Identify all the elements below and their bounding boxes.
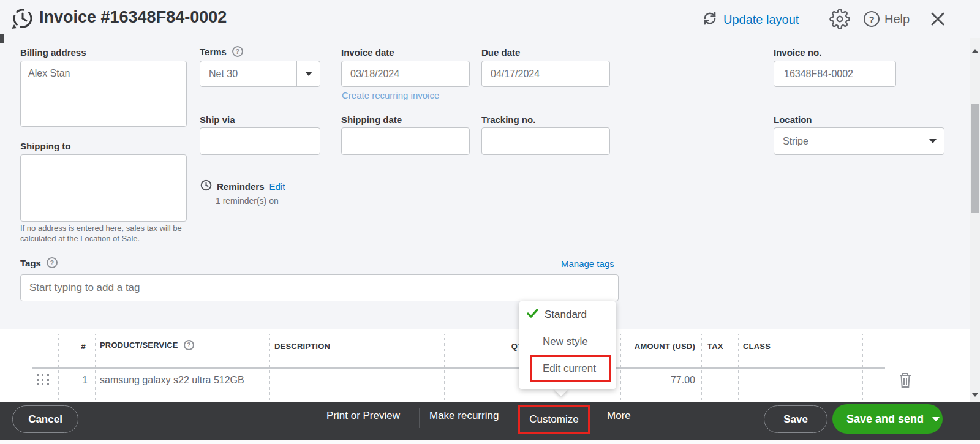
ship-via-field[interactable] — [200, 127, 320, 155]
row-amount-cell[interactable]: 77.00 — [603, 375, 695, 386]
footer-divider — [513, 408, 513, 428]
shipping-date-field[interactable] — [341, 127, 470, 155]
invoice-date-field[interactable] — [341, 61, 470, 87]
tracking-no-label: Tracking no. — [481, 115, 535, 125]
tags-help-icon[interactable]: ? — [47, 257, 58, 268]
product-help-icon[interactable]: ? — [184, 340, 194, 350]
column-header-product: PRODUCT/SERVICE — [100, 341, 178, 350]
location-caret[interactable] — [921, 128, 944, 154]
invoice-no-field[interactable] — [774, 61, 896, 87]
manage-tags-link[interactable]: Manage tags — [561, 258, 614, 269]
reminders-status: 1 reminder(s) on — [216, 196, 279, 206]
help-icon: ? — [864, 11, 880, 27]
billing-address-label: Billing address — [20, 47, 86, 58]
reminders-label: Reminders — [217, 181, 265, 192]
row-drag-handle[interactable] — [37, 374, 50, 386]
invoice-history-icon — [10, 6, 36, 34]
footer-bar: Cancel Print or Preview Make recurring C… — [0, 402, 980, 440]
refresh-icon — [702, 10, 718, 29]
help-button[interactable]: ? Help — [864, 11, 910, 27]
footer-divider — [419, 408, 420, 428]
invoice-date-label: Invoice date — [341, 47, 394, 58]
row-product-cell[interactable]: samsung galaxy s22 ultra 512GB — [100, 375, 244, 386]
terms-select[interactable]: Net 30 — [200, 61, 320, 87]
due-date-field[interactable] — [481, 61, 610, 87]
customize-label: Customize — [529, 413, 578, 426]
column-header-amount: AMOUNT (USD) — [603, 342, 695, 351]
tags-input[interactable] — [20, 274, 619, 301]
save-button[interactable]: Save — [764, 405, 827, 433]
chevron-down-icon — [305, 72, 312, 76]
delete-row-icon[interactable] — [898, 372, 913, 391]
footer-divider — [597, 408, 597, 428]
terms-help-icon[interactable]: ? — [232, 46, 243, 57]
clock-icon — [200, 179, 212, 194]
location-select[interactable]: Stripe — [774, 127, 944, 155]
check-icon — [527, 309, 538, 321]
ship-via-label: Ship via — [200, 115, 235, 125]
help-label: Help — [884, 12, 910, 26]
style-menu-item-new-style[interactable]: New style — [519, 328, 616, 355]
reminders-edit-link[interactable]: Edit — [270, 181, 285, 192]
column-header-description: DESCRIPTION — [274, 342, 330, 351]
gear-icon[interactable] — [829, 9, 850, 32]
update-layout-label: Update layout — [723, 13, 799, 27]
close-icon[interactable] — [927, 9, 948, 32]
chevron-down-icon — [929, 139, 937, 143]
chevron-down-icon — [932, 417, 940, 421]
shipping-to-label: Shipping to — [20, 141, 70, 151]
due-date-label: Due date — [481, 47, 520, 58]
scrollbar-down-arrow[interactable] — [972, 393, 978, 397]
invoice-editor-page: Invoice #16348F84-0002 Update layout ? H… — [0, 0, 980, 444]
tracking-no-field[interactable] — [481, 127, 610, 155]
location-value: Stripe — [774, 136, 921, 147]
terms-caret[interactable] — [296, 61, 320, 86]
create-recurring-invoice-link[interactable]: Create recurring invoice — [342, 90, 439, 100]
edit-current-highlight-box — [530, 355, 611, 382]
invoice-no-label: Invoice no. — [774, 47, 821, 58]
print-or-preview-button[interactable]: Print or Preview — [326, 410, 400, 422]
more-button[interactable]: More — [607, 410, 631, 422]
style-menu-label: Standard — [545, 309, 587, 321]
style-menu-label: New style — [543, 336, 588, 348]
style-menu-item-standard[interactable]: Standard — [519, 301, 616, 328]
scrollbar-track[interactable] — [970, 38, 980, 402]
column-header-class: CLASS — [743, 342, 771, 351]
update-layout-button[interactable]: Update layout — [702, 10, 799, 29]
customize-button[interactable]: Customize — [518, 405, 590, 434]
tags-label: Tags — [20, 258, 41, 268]
column-header-number: # — [58, 342, 86, 351]
make-recurring-button[interactable]: Make recurring — [429, 410, 499, 422]
shipping-tax-note: If no address is entered here, sales tax… — [20, 223, 200, 244]
cancel-button[interactable]: Cancel — [12, 405, 78, 433]
location-label: Location — [774, 115, 812, 125]
footer-gap — [0, 440, 980, 444]
scrollbar-thumb[interactable] — [971, 104, 979, 213]
row-number-cell: 1 — [58, 375, 88, 386]
save-and-send-button[interactable]: Save and send — [832, 404, 943, 434]
billing-address-field[interactable]: Alex Stan — [20, 61, 187, 127]
column-header-tax: TAX — [707, 342, 723, 351]
header-divider — [32, 367, 885, 369]
terms-label: Terms — [200, 47, 227, 57]
scrollbar-up-arrow[interactable] — [972, 49, 978, 53]
shipping-to-field[interactable] — [20, 154, 187, 222]
shipping-date-label: Shipping date — [341, 115, 402, 125]
page-title: Invoice #16348F84-0002 — [39, 8, 227, 27]
save-and-send-label: Save and send — [832, 413, 924, 426]
terms-value: Net 30 — [200, 69, 296, 80]
screen-edge-artifact — [0, 34, 4, 43]
